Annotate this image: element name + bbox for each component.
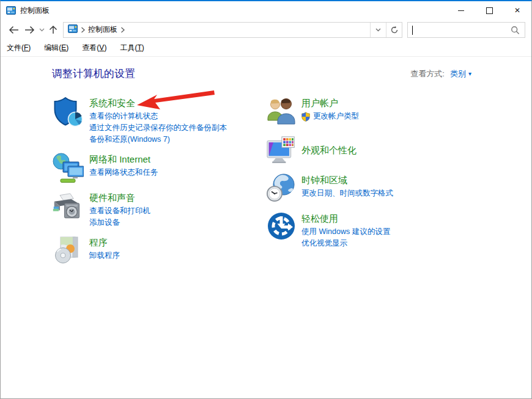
menu-edit[interactable]: 编辑(E) [44, 43, 68, 53]
maximize-icon [486, 7, 493, 14]
menu-tools[interactable]: 工具(T) [120, 43, 144, 53]
up-button[interactable] [46, 22, 61, 38]
category-clock-region: 时钟和区域 更改日期、时间或数字格式 [267, 173, 531, 205]
category-appearance: 外观和个性化 [267, 134, 531, 166]
forward-button[interactable] [21, 22, 37, 38]
address-dropdown-button[interactable] [370, 23, 386, 37]
control-panel-window: 控制面板 ✕ 控制面板 [0, 0, 532, 399]
user-accounts-icon[interactable] [267, 96, 296, 128]
category-title-system-security[interactable]: 系统和安全 [89, 97, 227, 109]
search-box [407, 22, 525, 38]
menu-bar: 文件(F) 编辑(E) 查看(V) 工具(T) [1, 40, 531, 57]
network-internet-icon[interactable] [52, 152, 84, 184]
clock-region-icon[interactable] [267, 173, 296, 205]
window-controls: ✕ [447, 1, 531, 20]
dropdown-arrow-icon: ▾ [468, 70, 471, 77]
control-panel-icon[interactable] [68, 24, 78, 35]
breadcrumb-chevron-icon[interactable] [81, 27, 85, 33]
ease-of-access-icon[interactable] [267, 211, 296, 243]
uac-shield-icon [301, 112, 310, 122]
chevron-down-icon [375, 28, 381, 32]
category-column-right: 用户帐户 更改帐户类型 外观和个性化 [267, 96, 531, 274]
close-icon: ✕ [514, 7, 520, 14]
category-column-left: 系统和安全 查看你的计算机状态 通过文件历史记录保存你的文件备份副本 备份和还原… [52, 96, 267, 274]
category-programs: 程序 卸载程序 [52, 235, 267, 267]
link-change-date-time[interactable]: 更改日期、时间或数字格式 [301, 188, 393, 199]
recent-pages-dropdown[interactable] [37, 22, 46, 38]
control-panel-icon [6, 6, 16, 15]
link-devices-printers[interactable]: 查看设备和打印机 [89, 205, 150, 217]
titlebar: 控制面板 ✕ [1, 1, 531, 20]
category-title-appearance[interactable]: 外观和个性化 [301, 144, 357, 156]
category-user-accounts: 用户帐户 更改帐户类型 [267, 96, 531, 128]
content-area: 调整计算机的设置 查看方式: 类别▾ 系统和安全 查看你的计算机状态 通过文件历… [1, 57, 531, 274]
search-input[interactable] [408, 23, 525, 37]
security-shield-icon[interactable] [52, 96, 84, 128]
link-network-status[interactable]: 查看网络状态和任务 [89, 167, 158, 178]
page-title: 调整计算机的设置 [52, 67, 135, 81]
link-file-history[interactable]: 通过文件历史记录保存你的文件备份副本 [89, 122, 227, 134]
category-title-clock-region[interactable]: 时钟和区域 [301, 174, 393, 186]
chevron-down-icon [39, 28, 45, 32]
breadcrumb: 控制面板 [64, 24, 370, 35]
search-icon[interactable] [511, 26, 520, 35]
link-computer-status[interactable]: 查看你的计算机状态 [89, 111, 227, 122]
menu-view[interactable]: 查看(V) [82, 43, 106, 53]
minimize-button[interactable] [447, 1, 475, 20]
appearance-personalization-icon[interactable] [267, 134, 296, 166]
category-title-user-accounts[interactable]: 用户帐户 [301, 97, 359, 109]
minimize-icon [458, 10, 464, 11]
category-system-security: 系统和安全 查看你的计算机状态 通过文件历史记录保存你的文件备份副本 备份和还原… [52, 96, 267, 145]
category-hardware-sound: 硬件和声音 查看设备和打印机 添加设备 [52, 191, 267, 229]
category-title-network[interactable]: 网络和 Internet [89, 153, 158, 166]
menu-file[interactable]: 文件(F) [7, 43, 31, 53]
refresh-button[interactable] [386, 23, 402, 37]
programs-icon[interactable] [52, 235, 84, 267]
back-arrow-icon [9, 26, 19, 34]
link-optimize-visual-display[interactable]: 优化视觉显示 [301, 238, 390, 249]
text-caret [412, 26, 413, 35]
address-bar-row: 控制面板 [1, 20, 531, 40]
breadcrumb-location[interactable]: 控制面板 [88, 24, 117, 35]
category-ease-of-access: 轻松使用 使用 Windows 建议的设置 优化视觉显示 [267, 211, 531, 249]
maximize-button[interactable] [475, 1, 503, 20]
up-arrow-icon [49, 25, 57, 34]
forward-arrow-icon [24, 26, 35, 34]
view-by-control: 查看方式: 类别▾ [410, 68, 471, 79]
link-suggested-settings[interactable]: 使用 Windows 建议的设置 [301, 226, 390, 238]
link-add-device[interactable]: 添加设备 [89, 217, 150, 229]
address-bar[interactable]: 控制面板 [63, 22, 402, 38]
view-by-label: 查看方式: [410, 68, 445, 79]
link-uninstall-program[interactable]: 卸载程序 [89, 250, 120, 262]
category-network-internet: 网络和 Internet 查看网络状态和任务 [52, 152, 267, 184]
hardware-sound-icon[interactable] [52, 191, 84, 222]
view-by-dropdown[interactable]: 类别▾ [450, 68, 471, 79]
close-button[interactable]: ✕ [503, 1, 531, 20]
category-title-ease-of-access[interactable]: 轻松使用 [301, 212, 390, 225]
link-backup-restore[interactable]: 备份和还原(Windows 7) [89, 134, 227, 145]
back-button[interactable] [6, 22, 21, 38]
category-title-programs[interactable]: 程序 [89, 236, 120, 249]
breadcrumb-chevron-icon[interactable] [120, 27, 125, 33]
category-title-hardware[interactable]: 硬件和声音 [89, 191, 150, 204]
link-change-account-type[interactable]: 更改帐户类型 [301, 111, 359, 122]
refresh-icon [390, 26, 399, 34]
window-title: 控制面板 [20, 5, 50, 16]
